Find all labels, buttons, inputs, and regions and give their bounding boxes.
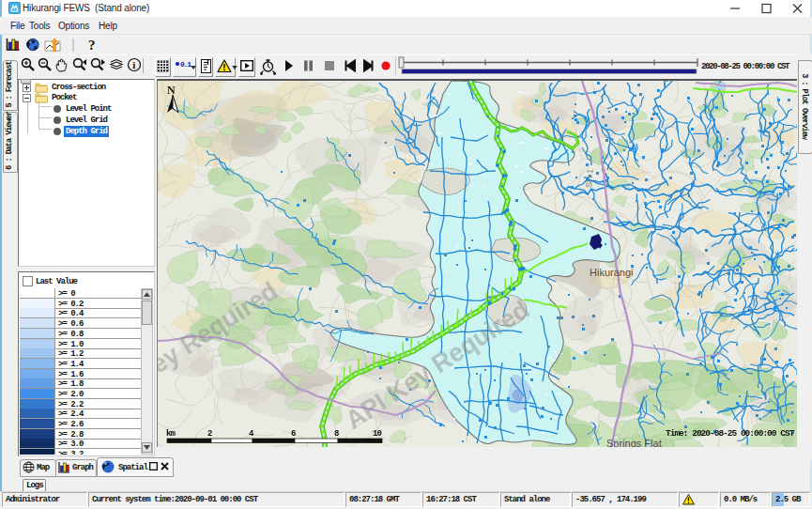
svg-text:2: 2 — [207, 429, 212, 439]
svg-text:Time: 2020-08-25 00:00:00 CST: Time: 2020-08-25 00:00:00 CST — [666, 428, 795, 439]
svg-text:6: 6 — [291, 429, 296, 439]
svg-text:?: ? — [88, 38, 96, 53]
svg-text:SH 1: SH 1 — [584, 168, 595, 188]
svg-text:i: i — [132, 59, 135, 70]
svg-text:10: 10 — [373, 429, 381, 439]
svg-text:Springs Flat: Springs Flat — [606, 438, 662, 447]
svg-text:8: 8 — [334, 429, 339, 439]
svg-text:Hikurangi: Hikurangi — [590, 267, 633, 278]
svg-text:N: N — [167, 84, 176, 97]
